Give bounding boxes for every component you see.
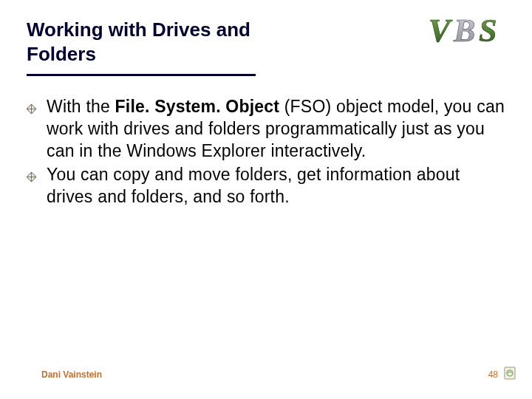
- svg-text:S: S: [479, 13, 497, 49]
- slide-title: Working with Drives and Folders: [27, 18, 322, 66]
- text-suffix: You can copy and move folders, get infor…: [47, 165, 460, 206]
- title-underline: [27, 74, 256, 76]
- text-prefix: With the: [47, 97, 115, 116]
- author-label: Dani Vainstein: [41, 369, 102, 380]
- page-number: 48: [488, 369, 498, 380]
- list-item: You can copy and move folders, get infor…: [27, 164, 510, 208]
- list-item: With the File. System. Object (FSO) obje…: [27, 96, 510, 163]
- bullet-text: With the File. System. Object (FSO) obje…: [47, 96, 510, 163]
- bullet-icon: [27, 171, 36, 185]
- vbs-logo: V B S: [427, 12, 508, 53]
- bullet-text: You can copy and move folders, get infor…: [47, 164, 510, 208]
- slide-body: With the File. System. Object (FSO) obje…: [27, 96, 510, 209]
- bullet-icon: [27, 103, 36, 117]
- svg-text:V: V: [429, 13, 453, 49]
- footer-icon: [504, 366, 516, 383]
- svg-rect-9: [505, 367, 515, 379]
- text-bold: File. System. Object: [115, 97, 280, 116]
- svg-text:B: B: [453, 13, 475, 49]
